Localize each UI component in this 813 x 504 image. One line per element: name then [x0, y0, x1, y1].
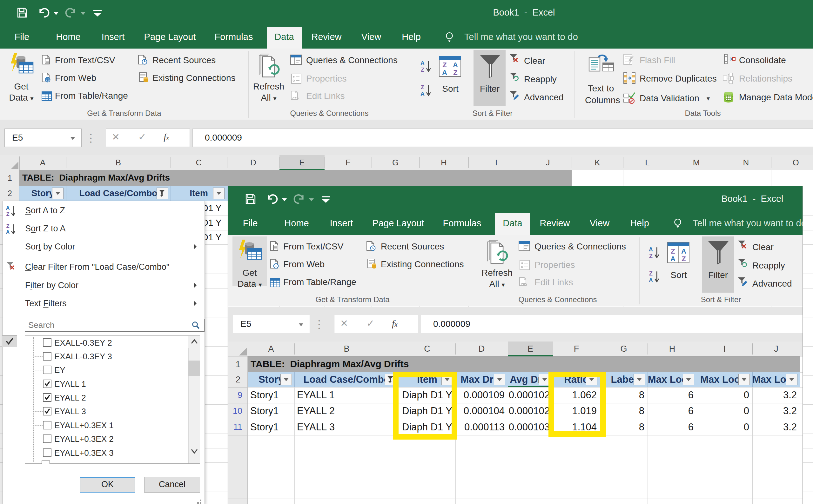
svg-text:Z: Z [671, 247, 675, 255]
svg-text:Z: Z [453, 69, 457, 76]
svg-text:A: A [421, 91, 425, 97]
svg-text:A: A [442, 69, 447, 76]
svg-text:Z: Z [649, 253, 653, 259]
svg-text:Z: Z [6, 211, 10, 217]
svg-text:A: A [453, 61, 458, 69]
svg-text:Z: Z [6, 223, 10, 229]
svg-text:A: A [6, 205, 10, 211]
svg-text:Z: Z [682, 255, 686, 263]
svg-text:A: A [649, 246, 653, 253]
svg-text:A: A [6, 229, 10, 235]
svg-text:Z: Z [421, 67, 424, 73]
svg-text:A: A [649, 277, 653, 283]
svg-text:Z: Z [649, 270, 653, 277]
svg-text:A: A [670, 255, 676, 263]
svg-text:Z: Z [421, 84, 424, 90]
svg-text:A: A [421, 60, 425, 66]
svg-text:Z: Z [443, 61, 447, 69]
svg-text:A: A [681, 247, 686, 255]
